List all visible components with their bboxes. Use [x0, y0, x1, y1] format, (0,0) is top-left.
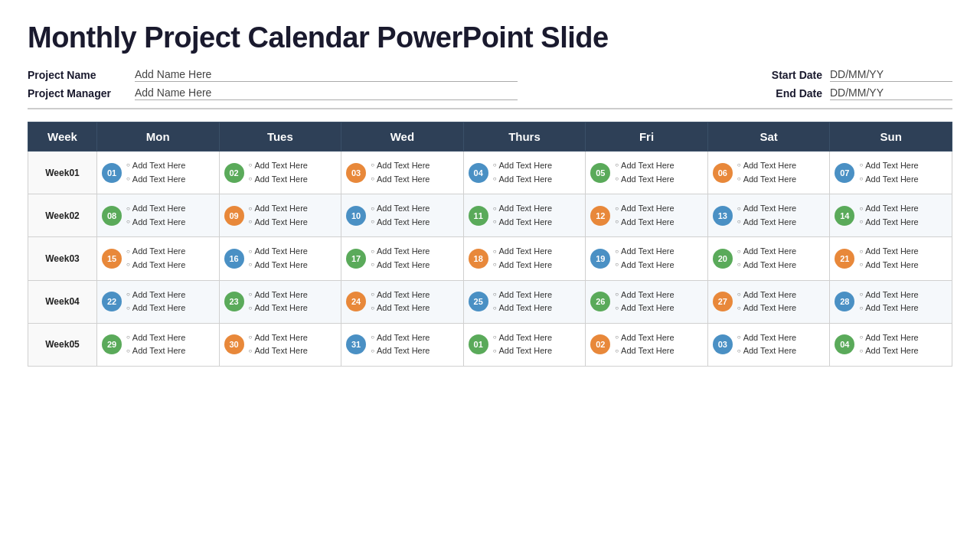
calendar-day-cell[interactable]: 16Add Text HereAdd Text Here: [219, 237, 341, 280]
day-text-item[interactable]: Add Text Here: [493, 173, 552, 187]
day-text-item[interactable]: Add Text Here: [859, 173, 918, 187]
day-text-item[interactable]: Add Text Here: [859, 216, 918, 230]
calendar-day-cell[interactable]: 06Add Text HereAdd Text Here: [707, 152, 830, 194]
day-text-item[interactable]: Add Text Here: [126, 245, 185, 259]
day-text-item[interactable]: Add Text Here: [249, 173, 308, 187]
day-text-item[interactable]: Add Text Here: [859, 302, 918, 315]
day-text-item[interactable]: Add Text Here: [249, 202, 308, 216]
day-text-item[interactable]: Add Text Here: [615, 259, 674, 272]
day-text-item[interactable]: Add Text Here: [859, 202, 918, 216]
calendar-day-cell[interactable]: 31Add Text HereAdd Text Here: [341, 323, 464, 366]
day-text-item[interactable]: Add Text Here: [126, 159, 185, 173]
calendar-day-cell[interactable]: 28Add Text HereAdd Text Here: [830, 280, 952, 323]
day-text-item[interactable]: Add Text Here: [126, 344, 185, 358]
start-date-value[interactable]: DD/MM/YY: [830, 68, 952, 82]
day-text-item[interactable]: Add Text Here: [249, 159, 308, 173]
calendar-day-cell[interactable]: 24Add Text HereAdd Text Here: [341, 280, 464, 323]
day-text-item[interactable]: Add Text Here: [737, 259, 796, 272]
day-text-item[interactable]: Add Text Here: [859, 245, 918, 259]
day-text-item[interactable]: Add Text Here: [615, 216, 674, 230]
day-text-item[interactable]: Add Text Here: [737, 289, 796, 302]
day-text-item[interactable]: Add Text Here: [249, 302, 308, 315]
calendar-day-cell[interactable]: 21Add Text HereAdd Text Here: [830, 237, 952, 280]
day-text-item[interactable]: Add Text Here: [615, 202, 674, 216]
calendar-day-cell[interactable]: 03Add Text HereAdd Text Here: [341, 152, 464, 194]
day-text-item[interactable]: Add Text Here: [615, 302, 674, 315]
day-text-item[interactable]: Add Text Here: [249, 344, 308, 358]
day-text-item[interactable]: Add Text Here: [371, 344, 430, 358]
day-text-item[interactable]: Add Text Here: [615, 331, 674, 345]
calendar-day-cell[interactable]: 14Add Text HereAdd Text Here: [830, 194, 952, 237]
day-text-item[interactable]: Add Text Here: [126, 216, 185, 230]
calendar-day-cell[interactable]: 09Add Text HereAdd Text Here: [219, 194, 341, 237]
calendar-day-cell[interactable]: 17Add Text HereAdd Text Here: [341, 237, 464, 280]
calendar-day-cell[interactable]: 13Add Text HereAdd Text Here: [707, 194, 830, 237]
day-text-item[interactable]: Add Text Here: [737, 202, 796, 216]
day-text-item[interactable]: Add Text Here: [493, 216, 552, 230]
day-text-item[interactable]: Add Text Here: [249, 331, 308, 345]
day-text-item[interactable]: Add Text Here: [859, 159, 918, 173]
day-text-item[interactable]: Add Text Here: [126, 289, 185, 302]
day-text-item[interactable]: Add Text Here: [737, 331, 796, 345]
calendar-day-cell[interactable]: 27Add Text HereAdd Text Here: [707, 280, 830, 323]
day-text-item[interactable]: Add Text Here: [249, 216, 308, 230]
calendar-day-cell[interactable]: 29Add Text HereAdd Text Here: [97, 323, 220, 366]
calendar-day-cell[interactable]: 26Add Text HereAdd Text Here: [586, 280, 708, 323]
day-text-item[interactable]: Add Text Here: [737, 173, 796, 187]
day-text-item[interactable]: Add Text Here: [493, 159, 552, 173]
day-text-item[interactable]: Add Text Here: [737, 302, 796, 315]
project-name-value[interactable]: Add Name Here: [135, 68, 518, 82]
day-text-item[interactable]: Add Text Here: [615, 344, 674, 358]
day-text-item[interactable]: Add Text Here: [737, 159, 796, 173]
day-text-item[interactable]: Add Text Here: [249, 245, 308, 259]
calendar-day-cell[interactable]: 23Add Text HereAdd Text Here: [219, 280, 341, 323]
day-text-item[interactable]: Add Text Here: [493, 202, 552, 216]
day-text-item[interactable]: Add Text Here: [371, 331, 430, 345]
calendar-day-cell[interactable]: 30Add Text HereAdd Text Here: [219, 323, 341, 366]
calendar-day-cell[interactable]: 20Add Text HereAdd Text Here: [707, 237, 830, 280]
day-text-item[interactable]: Add Text Here: [493, 344, 552, 358]
day-text-item[interactable]: Add Text Here: [371, 289, 430, 302]
calendar-day-cell[interactable]: 07Add Text HereAdd Text Here: [830, 152, 952, 194]
calendar-day-cell[interactable]: 04Add Text HereAdd Text Here: [463, 152, 586, 194]
day-text-item[interactable]: Add Text Here: [126, 302, 185, 315]
day-text-item[interactable]: Add Text Here: [126, 202, 185, 216]
calendar-day-cell[interactable]: 02Add Text HereAdd Text Here: [219, 152, 341, 194]
calendar-day-cell[interactable]: 11Add Text HereAdd Text Here: [463, 194, 586, 237]
day-text-item[interactable]: Add Text Here: [493, 245, 552, 259]
day-text-item[interactable]: Add Text Here: [737, 344, 796, 358]
day-text-item[interactable]: Add Text Here: [859, 331, 918, 345]
day-text-item[interactable]: Add Text Here: [371, 202, 430, 216]
day-text-item[interactable]: Add Text Here: [615, 289, 674, 302]
day-text-item[interactable]: Add Text Here: [615, 159, 674, 173]
calendar-day-cell[interactable]: 18Add Text HereAdd Text Here: [463, 237, 586, 280]
day-text-item[interactable]: Add Text Here: [371, 216, 430, 230]
end-date-value[interactable]: DD/MM/YY: [830, 86, 952, 100]
calendar-day-cell[interactable]: 04Add Text HereAdd Text Here: [830, 323, 952, 366]
calendar-day-cell[interactable]: 01Add Text HereAdd Text Here: [463, 323, 586, 366]
calendar-day-cell[interactable]: 15Add Text HereAdd Text Here: [97, 237, 220, 280]
day-text-item[interactable]: Add Text Here: [859, 259, 918, 272]
calendar-day-cell[interactable]: 05Add Text HereAdd Text Here: [586, 152, 708, 194]
day-text-item[interactable]: Add Text Here: [615, 245, 674, 259]
day-text-item[interactable]: Add Text Here: [126, 173, 185, 187]
day-text-item[interactable]: Add Text Here: [615, 173, 674, 187]
calendar-day-cell[interactable]: 19Add Text HereAdd Text Here: [586, 237, 708, 280]
day-text-item[interactable]: Add Text Here: [371, 259, 430, 272]
project-manager-value[interactable]: Add Name Here: [135, 86, 518, 100]
day-text-item[interactable]: Add Text Here: [126, 331, 185, 345]
day-text-item[interactable]: Add Text Here: [493, 289, 552, 302]
day-text-item[interactable]: Add Text Here: [859, 344, 918, 358]
day-text-item[interactable]: Add Text Here: [737, 216, 796, 230]
calendar-day-cell[interactable]: 01Add Text HereAdd Text Here: [97, 152, 220, 194]
day-text-item[interactable]: Add Text Here: [371, 302, 430, 315]
day-text-item[interactable]: Add Text Here: [371, 245, 430, 259]
day-text-item[interactable]: Add Text Here: [859, 289, 918, 302]
calendar-day-cell[interactable]: 22Add Text HereAdd Text Here: [97, 280, 220, 323]
calendar-day-cell[interactable]: 03Add Text HereAdd Text Here: [707, 323, 830, 366]
day-text-item[interactable]: Add Text Here: [737, 245, 796, 259]
calendar-day-cell[interactable]: 10Add Text HereAdd Text Here: [341, 194, 464, 237]
calendar-day-cell[interactable]: 08Add Text HereAdd Text Here: [97, 194, 220, 237]
day-text-item[interactable]: Add Text Here: [493, 259, 552, 272]
calendar-day-cell[interactable]: 02Add Text HereAdd Text Here: [586, 323, 708, 366]
